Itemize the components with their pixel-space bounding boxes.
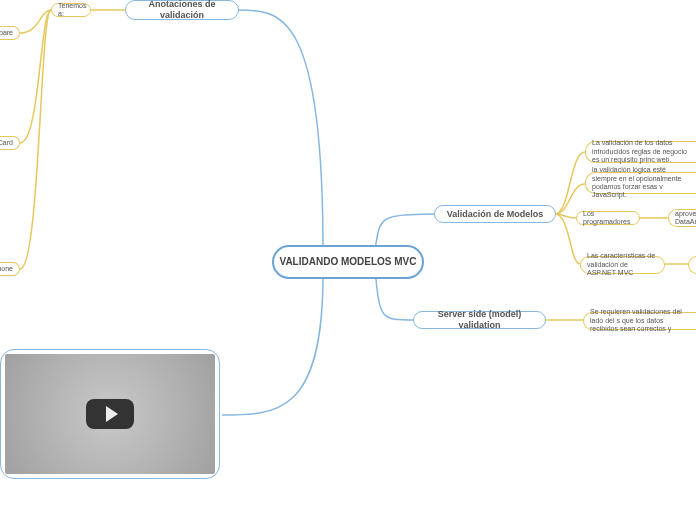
prog-sub-label: aprove DataAn	[675, 210, 696, 227]
play-icon	[106, 406, 118, 422]
node-card[interactable]: itCard	[0, 136, 20, 150]
node-valid-note4[interactable]: Las características de validación de ASP…	[580, 256, 665, 274]
branch-validacion[interactable]: Validación de Modelos	[434, 205, 556, 223]
node-server-note[interactable]: Se requieren validaciones del lado del s…	[583, 312, 696, 330]
node-phone[interactable]: Phone	[0, 262, 20, 276]
node-prog-sub[interactable]: aprove DataAn	[668, 209, 696, 227]
compare-label: mpare	[0, 29, 13, 37]
branch-server[interactable]: Server side (model) validation	[413, 311, 546, 329]
server-title: Server side (model) validation	[424, 309, 535, 331]
card-label: itCard	[0, 139, 13, 147]
phone-label: Phone	[0, 265, 13, 273]
node-valid-note1[interactable]: La validación de los datos introducidos …	[585, 141, 696, 163]
video-node[interactable]	[0, 349, 220, 479]
programadores-label: Los programadores	[583, 210, 633, 227]
video-thumbnail	[5, 354, 215, 474]
tenemos-label: Tenemos a:	[58, 2, 86, 19]
node-valid-note4-child[interactable]	[688, 256, 696, 274]
play-button[interactable]	[86, 399, 134, 429]
valid-note4-label: Las características de validación de ASP…	[587, 252, 658, 277]
root-node[interactable]: VALIDANDO MODELOS MVC	[272, 245, 424, 279]
root-title: VALIDANDO MODELOS MVC	[279, 256, 416, 268]
anotaciones-title: Anotaciones de validación	[136, 0, 228, 21]
node-valid-note2[interactable]: la validación lógica esté siempre en el …	[585, 172, 696, 194]
node-tenemos[interactable]: Tenemos a:	[51, 3, 91, 17]
valid-note1-label: La validación de los datos introducidos …	[592, 139, 690, 164]
valid-note2-label: la validación lógica esté siempre en el …	[592, 166, 690, 200]
node-compare[interactable]: mpare	[0, 26, 20, 40]
branch-anotaciones[interactable]: Anotaciones de validación	[125, 0, 239, 20]
server-note-label: Se requieren validaciones del lado del s…	[590, 308, 690, 333]
node-programadores[interactable]: Los programadores	[576, 211, 640, 225]
validacion-title: Validación de Modelos	[447, 209, 544, 220]
